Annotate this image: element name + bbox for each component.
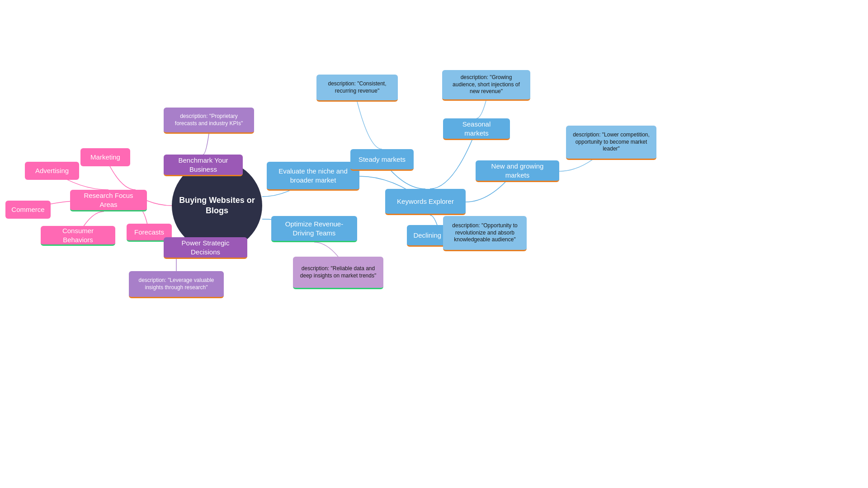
seasonal-markets-label: Seasonal markets <box>449 120 504 137</box>
desc-seasonal-label: description: "Growing audience, short in… <box>448 74 524 95</box>
desc-new-growing-label: description: "Lower competition, opportu… <box>572 131 650 153</box>
desc-benchmark-label: description: "Proprietary forecasts and … <box>170 113 248 127</box>
keywords-explorer-node: Keywords Explorer <box>385 189 466 215</box>
commerce-node: Commerce <box>5 201 51 219</box>
research-focus-node: Research Focus Areas <box>70 190 147 211</box>
desc-steady-node: description: "Consistent, recurring reve… <box>316 75 398 102</box>
seasonal-markets-node: Seasonal markets <box>443 118 510 140</box>
research-focus-label: Research Focus Areas <box>76 191 141 209</box>
new-growing-node: New and growing markets <box>476 160 559 182</box>
desc-declining-label: description: "Opportunity to revolutioni… <box>449 222 520 244</box>
desc-power-label: description: "Leverage valuable insights… <box>135 277 217 291</box>
desc-new-growing-node: description: "Lower competition, opportu… <box>566 126 656 160</box>
benchmark-label: Benchmark Your Business <box>170 156 236 174</box>
optimize-node: Optimize Revenue-Driving Teams <box>271 216 357 242</box>
optimize-label: Optimize Revenue-Driving Teams <box>278 220 351 237</box>
marketing-node: Marketing <box>80 148 130 166</box>
consumer-behaviors-label: Consumer Behaviors <box>47 226 109 244</box>
marketing-label: Marketing <box>90 153 120 162</box>
desc-declining-node: description: "Opportunity to revolutioni… <box>443 216 527 251</box>
center-label: Buying Websites or Blogs <box>178 195 256 216</box>
new-growing-label: New and growing markets <box>482 162 553 179</box>
desc-steady-label: description: "Consistent, recurring reve… <box>323 80 392 94</box>
power-strategic-node: Power Strategic Decisions <box>164 237 247 259</box>
desc-benchmark-node: description: "Proprietary forecasts and … <box>164 108 254 134</box>
steady-markets-label: Steady markets <box>359 155 406 164</box>
keywords-explorer-label: Keywords Explorer <box>397 197 454 206</box>
consumer-behaviors-node: Consumer Behaviors <box>41 226 115 246</box>
evaluate-label: Evaluate the niche and broader market <box>273 167 353 184</box>
evaluate-node: Evaluate the niche and broader market <box>267 162 359 191</box>
commerce-label: Commerce <box>11 205 44 214</box>
desc-optimize-label: description: "Reliable data and deep ins… <box>299 265 377 279</box>
desc-optimize-node: description: "Reliable data and deep ins… <box>293 257 383 289</box>
advertising-label: Advertising <box>35 166 69 175</box>
power-strategic-label: Power Strategic Decisions <box>170 239 241 256</box>
desc-seasonal-node: description: "Growing audience, short in… <box>442 70 530 101</box>
desc-power-node: description: "Leverage valuable insights… <box>129 271 224 298</box>
steady-markets-node: Steady markets <box>350 149 414 171</box>
benchmark-node: Benchmark Your Business <box>164 155 243 176</box>
advertising-node: Advertising <box>25 162 79 180</box>
forecasts-label: Forecasts <box>134 228 164 237</box>
